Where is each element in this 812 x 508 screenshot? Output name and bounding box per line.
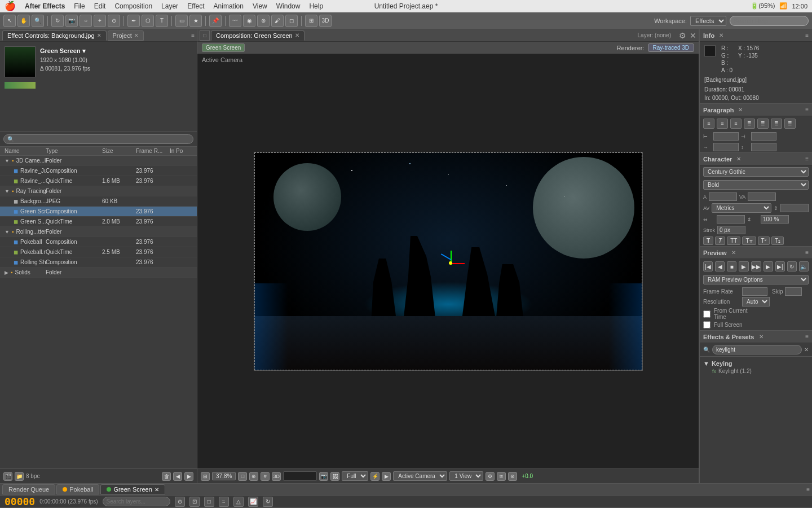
brush-tool[interactable]: 🖌	[271, 15, 284, 27]
frame-rate-input[interactable]: (23.98)	[742, 287, 767, 296]
project-search-area[interactable]	[0, 132, 197, 147]
loop-btn[interactable]: ↻	[787, 261, 797, 271]
tl-frame-blend[interactable]: ≈	[219, 497, 229, 507]
tl-solo-btn[interactable]: ⊙	[175, 497, 185, 507]
col-fps[interactable]: Frame R...	[136, 148, 170, 154]
menu-layer[interactable]: Layer	[161, 2, 178, 10]
expand-arrow[interactable]: ▼	[5, 229, 10, 235]
list-item[interactable]: ◼ Green S....mov QuickTime 2.0 MB 23.976	[0, 217, 197, 227]
list-item[interactable]: ◼ Backgro...jpg JPEG 60 KB	[0, 196, 197, 207]
keying-category-name[interactable]: ▼ Keying	[703, 360, 809, 367]
view-options[interactable]: □	[238, 472, 247, 481]
list-item[interactable]: ▶ ▪ Solids Folder	[0, 268, 197, 278]
zoom-tool[interactable]: 🔍	[32, 15, 44, 27]
effects-menu-icon[interactable]: ≡	[805, 334, 809, 340]
tl-draft-btn[interactable]: □	[204, 497, 214, 507]
flow-icon[interactable]: ≋	[497, 472, 506, 481]
expand-arrow[interactable]: ▼	[5, 189, 10, 194]
paragraph-menu-icon[interactable]: ≡	[805, 107, 809, 113]
smallcaps-btn[interactable]: Tᴛ	[742, 237, 756, 245]
layer-search[interactable]	[103, 497, 170, 506]
transform-gizmo[interactable]	[440, 251, 463, 273]
tl-chart-editor[interactable]: 📈	[248, 497, 258, 507]
project-panel[interactable]: ▼ ▪ 3D Came...ker.aep Folder ◼ Ravine_Ju…	[0, 156, 197, 468]
app-name[interactable]: After Effects	[25, 2, 65, 10]
text-tool[interactable]: T	[156, 15, 168, 27]
show-snapshot[interactable]: 🖼	[330, 472, 339, 481]
align-left-btn[interactable]: ≡	[703, 119, 714, 129]
close-comp-tab[interactable]: ✕	[295, 32, 299, 38]
pan-cam-tool[interactable]: +	[94, 15, 106, 27]
play-btn[interactable]: ▶	[739, 261, 748, 271]
skip-input[interactable]: 0	[785, 287, 802, 296]
col-in[interactable]: In Po	[170, 148, 192, 154]
preview-close-icon[interactable]: ✕	[731, 249, 736, 256]
3d-toggle[interactable]: 3D	[319, 15, 332, 27]
justify-right-btn[interactable]: ≣	[771, 119, 782, 129]
tab-render-queue[interactable]: Render Queue	[2, 484, 55, 494]
first-frame-btn[interactable]: |◀	[703, 261, 713, 271]
stop-btn[interactable]: ■	[727, 261, 736, 271]
font-style-select[interactable]: Bold	[703, 180, 809, 190]
menu-help[interactable]: Help	[309, 2, 323, 10]
renderer-value-btn[interactable]: Ray-traced 3D	[648, 43, 694, 52]
clone-stamp[interactable]: ⊛	[257, 15, 270, 27]
menu-composition[interactable]: Composition	[114, 2, 152, 10]
snap-btn[interactable]: ⊞	[305, 15, 317, 27]
menu-file[interactable]: File	[74, 2, 85, 10]
quality-select[interactable]: Full	[342, 471, 368, 481]
zoom-display[interactable]: 37.8%	[212, 472, 236, 480]
close-effect-controls[interactable]: ✕	[97, 33, 102, 38]
bold-btn[interactable]: T	[703, 237, 713, 245]
3d-gizmo-icon[interactable]: ⊛	[508, 472, 517, 481]
comp-settings-icon[interactable]: ⚙	[679, 31, 686, 40]
character-close-icon[interactable]: ✕	[736, 156, 741, 162]
green-screen-btn[interactable]: Green Screen	[202, 43, 245, 52]
col-size[interactable]: Size	[102, 148, 136, 154]
preview-menu-icon[interactable]: ≡	[805, 249, 809, 256]
info-close-icon[interactable]: ✕	[719, 32, 723, 38]
list-item[interactable]: ◼ Ravine_....mov QuickTime 1.6 MB 23.976	[0, 176, 197, 186]
list-item[interactable]: ◼ Pokeball Composition 23.976	[0, 237, 197, 247]
effects-search-input[interactable]	[712, 345, 802, 354]
list-item[interactable]: ◼ Rolling Shutter Composition 23.976	[0, 257, 197, 268]
leading-input[interactable]: 0 px	[780, 204, 809, 212]
col-name[interactable]: Name	[5, 148, 46, 154]
camera-select[interactable]: Active Camera	[393, 471, 447, 481]
tab-composition[interactable]: Composition: Green Screen ✕	[211, 30, 304, 41]
list-item[interactable]: ▼ ▪ Rolling...tter.aep Folder	[0, 227, 197, 237]
tab-effect-controls[interactable]: Effect Controls: Background.jpg ✕	[2, 30, 107, 41]
shape-tool[interactable]: ▭	[175, 15, 188, 27]
search-help-input[interactable]	[730, 16, 809, 26]
tab-pokeball[interactable]: Pokeball	[56, 484, 99, 494]
select-tool[interactable]: ↖	[3, 15, 16, 27]
3d-view[interactable]: 3D	[272, 472, 281, 481]
orbit-cam-tool[interactable]: ○	[80, 15, 92, 27]
close-green-screen-tab[interactable]: ✕	[155, 487, 159, 493]
full-screen-checkbox[interactable]	[703, 321, 710, 329]
justify-center-btn[interactable]: ≣	[757, 119, 769, 129]
ram-preview-select[interactable]: RAM Preview Options	[703, 275, 809, 284]
margin-left-input[interactable]: 0 px	[713, 132, 739, 141]
list-item[interactable]: ◼ Green Screen Composition 23.976	[0, 207, 197, 217]
tl-live-update[interactable]: ↻	[263, 497, 273, 507]
align-right-btn[interactable]: ≡	[730, 119, 742, 129]
arrow-left-icon[interactable]: ◀	[173, 472, 182, 481]
puppet-tool[interactable]: 📌	[209, 15, 222, 27]
next-frame-btn[interactable]: ▶	[764, 261, 773, 271]
apple-menu[interactable]: 🍎	[5, 1, 16, 11]
justify-all-btn[interactable]: ≣	[784, 119, 796, 129]
eraser-tool[interactable]: ◻	[285, 15, 298, 27]
new-folder-icon[interactable]: 📁	[15, 472, 24, 481]
expand-arrow[interactable]: ▼	[5, 158, 10, 164]
star-tool[interactable]: ★	[189, 15, 202, 27]
indent-input[interactable]: 0 px	[713, 143, 739, 151]
unified-cam-tool[interactable]: 📷	[65, 15, 78, 27]
font-size-input[interactable]: 85 px	[709, 192, 737, 201]
metrics-select[interactable]: Metrics	[712, 203, 771, 213]
italic-btn[interactable]: T	[715, 237, 725, 245]
timeline-menu[interactable]: ≡	[806, 487, 810, 493]
left-panel-menu[interactable]: ≡	[191, 32, 195, 38]
effects-search-clear[interactable]: ✕	[804, 347, 809, 353]
effects-close-icon[interactable]: ✕	[759, 334, 764, 340]
